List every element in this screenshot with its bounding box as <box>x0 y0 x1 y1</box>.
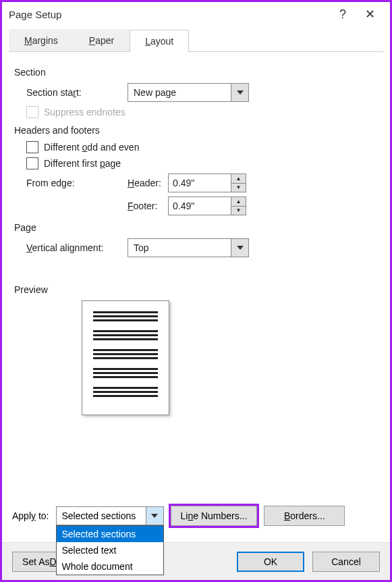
dialog-title: Page Setup <box>9 9 329 20</box>
close-icon[interactable]: ✕ <box>356 7 383 22</box>
spinner-up-icon[interactable]: ▲ <box>231 197 246 207</box>
ok-button[interactable]: OK <box>237 552 304 572</box>
apply-to-label: Apply to: <box>12 510 49 521</box>
tab-paper[interactable]: Paper <box>74 29 130 51</box>
section-start-label: Section start: <box>26 87 128 98</box>
apply-to-option[interactable]: Whole document <box>57 558 163 575</box>
suppress-endnotes-checkbox: Suppress endnotes <box>26 106 378 118</box>
apply-to-option[interactable]: Selected sections <box>57 526 163 542</box>
section-start-value: New page <box>128 87 231 98</box>
footer-label: Footer: <box>128 201 168 211</box>
apply-to-list: Selected sections Selected text Whole do… <box>56 525 164 575</box>
spinner-down-icon[interactable]: ▼ <box>231 207 246 215</box>
header-spinner[interactable]: 0.49" ▲ ▼ <box>168 174 246 192</box>
apply-to-combo[interactable]: Selected sections Selected sections Sele… <box>56 506 164 525</box>
apply-to-value: Selected sections <box>57 510 146 521</box>
preview-box <box>82 300 169 415</box>
different-odd-even-checkbox[interactable]: Different odd and even <box>26 141 378 153</box>
section-header: Section <box>14 67 378 78</box>
different-first-page-checkbox[interactable]: Different first page <box>26 157 378 169</box>
vertical-alignment-label: Vertical alignment: <box>26 242 128 253</box>
page-header: Page <box>14 222 378 233</box>
vertical-alignment-value: Top <box>128 242 231 253</box>
bottom-row: Apply to: Selected sections Selected sec… <box>12 506 380 526</box>
footer-spinner[interactable]: 0.49" ▲ ▼ <box>168 196 246 215</box>
from-edge-label: From edge: <box>26 178 128 188</box>
help-icon[interactable]: ? <box>329 7 356 22</box>
tab-layout[interactable]: Layout <box>130 30 189 52</box>
checkbox-icon <box>26 141 38 153</box>
headers-footers-header: Headers and footers <box>14 125 378 136</box>
titlebar: Page Setup ? ✕ <box>2 2 390 26</box>
spinner-up-icon[interactable]: ▲ <box>231 174 246 184</box>
tab-content: Section Section start: New page Suppress… <box>2 52 390 415</box>
apply-to-option[interactable]: Selected text <box>57 542 163 558</box>
chevron-down-icon[interactable] <box>231 239 248 257</box>
checkbox-icon <box>26 106 38 118</box>
spinner-down-icon[interactable]: ▼ <box>231 184 246 192</box>
preview-header: Preview <box>14 284 378 295</box>
footer-value: 0.49" <box>169 197 231 215</box>
line-numbers-button[interactable]: Line Numbers... <box>171 506 258 526</box>
header-label: Header: <box>128 178 168 188</box>
checkbox-icon <box>26 157 38 169</box>
chevron-down-icon[interactable] <box>146 507 163 525</box>
tab-margins[interactable]: Margins <box>9 29 74 51</box>
vertical-alignment-combo[interactable]: Top <box>128 238 249 257</box>
section-start-combo[interactable]: New page <box>128 83 249 102</box>
borders-button[interactable]: Borders... <box>264 506 345 526</box>
cancel-button[interactable]: Cancel <box>312 552 380 572</box>
chevron-down-icon[interactable] <box>231 84 248 101</box>
page-setup-dialog: Page Setup ? ✕ Margins Paper Layout Sect… <box>0 0 392 582</box>
header-value: 0.49" <box>169 174 231 192</box>
tab-strip: Margins Paper Layout <box>9 29 383 52</box>
